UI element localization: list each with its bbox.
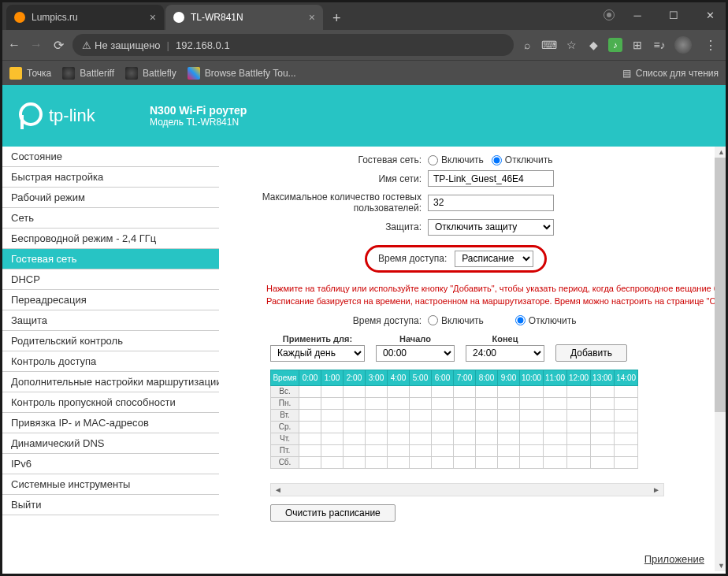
schedule-cell[interactable] [366, 456, 388, 468]
schedule-cell[interactable] [366, 409, 388, 421]
avatar[interactable] [674, 36, 692, 54]
schedule-cell[interactable] [410, 409, 432, 421]
schedule-cell[interactable] [321, 433, 344, 444]
schedule-cell[interactable] [544, 409, 567, 421]
radio-input[interactable] [428, 315, 438, 325]
schedule-cell[interactable] [454, 409, 476, 421]
apply-for-select[interactable]: Каждый день [270, 345, 365, 362]
content-scroll[interactable]: Гостевая сеть: Включить Отключить Имя се… [227, 154, 728, 563]
schedule-cell[interactable] [299, 421, 321, 433]
schedule-cell[interactable] [344, 456, 366, 468]
schedule-cell[interactable] [388, 433, 410, 444]
translate-icon[interactable]: ⌨ [542, 38, 556, 52]
close-icon[interactable]: × [303, 11, 315, 24]
start-select[interactable]: 00:00 [376, 345, 455, 362]
schedule-cell[interactable] [410, 397, 432, 409]
bookmark-tochka[interactable]: Точка [9, 67, 51, 80]
schedule-cell[interactable] [366, 397, 388, 409]
schedule-cell[interactable] [544, 421, 567, 433]
schedule-cell[interactable] [454, 397, 476, 409]
schedule-cell[interactable] [299, 444, 321, 456]
schedule-cell[interactable] [476, 421, 498, 433]
schedule-cell[interactable] [299, 397, 321, 409]
sidebar-item[interactable]: Системные инструменты [0, 474, 219, 495]
ext3-icon[interactable]: ⊞ [630, 38, 644, 52]
schedule-cell[interactable] [498, 397, 520, 409]
schedule-cell[interactable] [454, 421, 476, 433]
url-input[interactable]: ⚠ Не защищено | 192.168.0.1 [72, 34, 514, 56]
schedule-cell[interactable] [454, 385, 476, 397]
schedule-cell[interactable] [388, 421, 410, 433]
sidebar-item[interactable]: Динамический DNS [0, 433, 219, 454]
schedule-cell[interactable] [567, 456, 591, 468]
key-icon[interactable]: ⌕ [520, 38, 534, 52]
reading-list-button[interactable]: ▤Список для чтения [622, 68, 719, 79]
schedule-cell[interactable] [410, 456, 432, 468]
schedule-cell[interactable] [476, 433, 498, 444]
schedule-cell[interactable] [520, 421, 544, 433]
scrollbar-thumb[interactable] [715, 158, 728, 412]
schedule-cell[interactable] [476, 409, 498, 421]
ext2-icon[interactable]: ♪ [608, 38, 622, 52]
guest-enable-radio[interactable]: Включить [428, 154, 484, 165]
schedule-cell[interactable] [344, 433, 366, 444]
scroll-left-icon[interactable]: ◄ [271, 485, 285, 494]
schedule-cell[interactable] [544, 444, 567, 456]
schedule-cell[interactable] [567, 409, 591, 421]
schedule-cell[interactable] [544, 385, 567, 397]
ext1-icon[interactable]: ◆ [586, 38, 600, 52]
schedule-cell[interactable] [615, 397, 638, 409]
bookmark-battlefy[interactable]: Browse Battlefy Tou... [188, 67, 296, 80]
minimize-button[interactable]: ─ [619, 3, 656, 27]
access-time-select[interactable]: Расписание [455, 251, 533, 267]
schedule-cell[interactable] [366, 385, 388, 397]
schedule-cell[interactable] [432, 444, 454, 456]
at-enable-radio[interactable]: Включить [428, 315, 484, 326]
radio-input[interactable] [515, 315, 526, 325]
schedule-cell[interactable] [410, 444, 432, 456]
schedule-cell[interactable] [321, 409, 344, 421]
app-link[interactable]: Приложение [644, 553, 704, 565]
bookmark-battlefly[interactable]: Battlefly [125, 67, 176, 80]
schedule-cell[interactable] [615, 421, 638, 433]
schedule-cell[interactable] [498, 421, 520, 433]
schedule-cell[interactable] [591, 444, 615, 456]
schedule-cell[interactable] [410, 385, 432, 397]
schedule-cell[interactable] [388, 397, 410, 409]
schedule-cell[interactable] [432, 456, 454, 468]
schedule-cell[interactable] [567, 433, 591, 444]
schedule-cell[interactable] [615, 433, 638, 444]
sidebar-item[interactable]: Состояние [0, 147, 219, 167]
schedule-cell[interactable] [544, 397, 567, 409]
schedule-cell[interactable] [476, 444, 498, 456]
sidebar-item[interactable]: Контроль доступа [0, 351, 219, 372]
schedule-cell[interactable] [388, 409, 410, 421]
schedule-cell[interactable] [321, 444, 344, 456]
sidebar-item[interactable]: IPv6 [0, 454, 219, 474]
sidebar-item[interactable]: Выйти [0, 495, 219, 515]
scroll-right-icon[interactable]: ► [649, 485, 663, 494]
at-disable-radio[interactable]: Отключить [515, 315, 577, 326]
schedule-cell[interactable] [615, 456, 638, 468]
scroll-down-icon[interactable]: ▼ [718, 560, 725, 571]
schedule-cell[interactable] [615, 409, 638, 421]
schedule-cell[interactable] [591, 433, 615, 444]
schedule-cell[interactable] [498, 409, 520, 421]
radio-input[interactable] [428, 155, 438, 165]
schedule-cell[interactable] [567, 421, 591, 433]
schedule-cell[interactable] [591, 421, 615, 433]
schedule-cell[interactable] [432, 397, 454, 409]
schedule-cell[interactable] [567, 397, 591, 409]
schedule-cell[interactable] [366, 421, 388, 433]
ssid-input[interactable] [428, 170, 554, 187]
sidebar-item[interactable]: Рабочий режим [0, 188, 219, 208]
schedule-cell[interactable] [476, 397, 498, 409]
add-button[interactable]: Добавить [555, 344, 627, 362]
sidebar-item[interactable]: Привязка IP- и MAC-адресов [0, 413, 219, 433]
schedule-h-scrollbar[interactable]: ◄ ► [270, 483, 664, 496]
schedule-cell[interactable] [498, 433, 520, 444]
star-icon[interactable]: ☆ [564, 38, 578, 52]
schedule-cell[interactable] [344, 397, 366, 409]
schedule-cell[interactable] [432, 433, 454, 444]
schedule-cell[interactable] [591, 397, 615, 409]
